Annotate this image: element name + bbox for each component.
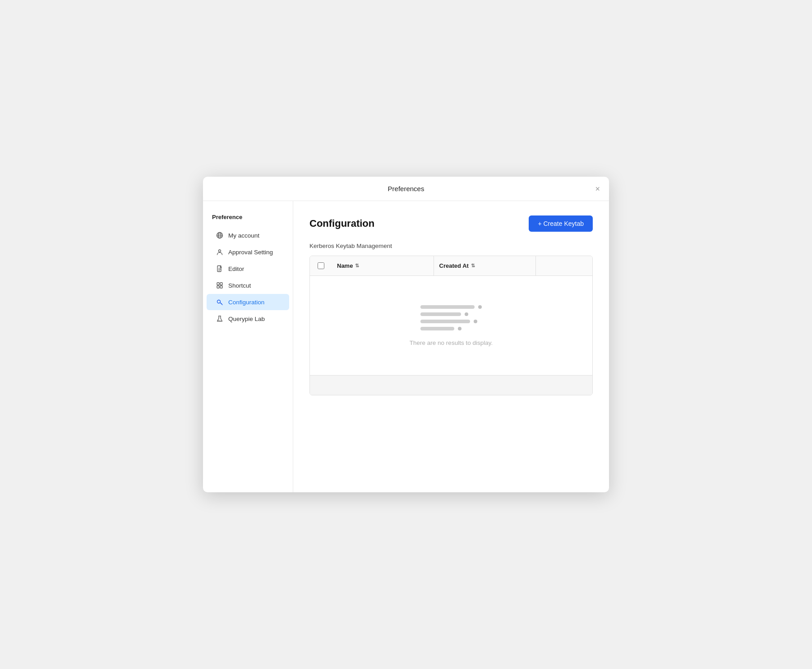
sidebar-item-querypie-lab[interactable]: Querypie Lab: [207, 311, 289, 327]
sidebar-item-shortcut-label: Shortcut: [228, 282, 251, 289]
globe-icon: [216, 231, 224, 239]
modal-body: Preference My account: [203, 201, 609, 492]
sidebar-item-editor[interactable]: Editor: [207, 261, 289, 277]
svg-point-19: [220, 321, 220, 321]
svg-rect-12: [217, 286, 219, 288]
created-at-sort-icon: ⇅: [471, 263, 475, 269]
svg-point-18: [218, 320, 219, 321]
modal-header: Preferences ×: [203, 177, 609, 201]
sidebar-item-shortcut[interactable]: Shortcut: [207, 277, 289, 293]
sidebar-item-approval-setting[interactable]: Approval Setting: [207, 244, 289, 260]
svg-rect-11: [220, 283, 222, 285]
preferences-modal: Preferences × Preference My account: [203, 177, 609, 492]
table-body-empty: There are no results to display.: [310, 276, 592, 375]
sidebar-item-querypie-lab-label: Querypie Lab: [228, 316, 265, 322]
name-sort-icon: ⇅: [355, 263, 359, 269]
section-subtitle: Kerberos Keytab Management: [309, 243, 593, 249]
sidebar-item-my-account[interactable]: My account: [207, 227, 289, 243]
main-header: Configuration + Create Keytab: [309, 215, 593, 232]
svg-rect-13: [220, 286, 222, 288]
main-content: Configuration + Create Keytab Kerberos K…: [293, 201, 609, 492]
file-icon: [216, 265, 224, 273]
sidebar-item-editor-label: Editor: [228, 266, 244, 272]
empty-message: There are no results to display.: [410, 339, 493, 346]
close-button[interactable]: ×: [595, 185, 600, 193]
column-header-created-at[interactable]: Created At ⇅: [434, 256, 536, 275]
page-title: Configuration: [309, 218, 374, 229]
select-all-checkbox-cell[interactable]: [310, 256, 332, 275]
sidebar-item-configuration[interactable]: Configuration: [207, 294, 289, 310]
column-created-at-label: Created At: [439, 262, 469, 269]
table-footer: [310, 375, 592, 395]
sidebar-item-approval-label: Approval Setting: [228, 249, 273, 256]
table-header: Name ⇅ Created At ⇅: [310, 256, 592, 276]
svg-point-5: [219, 250, 221, 252]
select-all-checkbox[interactable]: [318, 262, 324, 269]
column-header-actions: [536, 260, 592, 272]
sidebar-section-title: Preference: [203, 214, 293, 227]
column-name-label: Name: [337, 262, 353, 269]
create-keytab-button[interactable]: + Create Keytab: [529, 215, 593, 232]
column-header-name[interactable]: Name ⇅: [332, 256, 434, 275]
empty-state: There are no results to display.: [410, 305, 493, 346]
lab-icon: [216, 315, 224, 323]
key-icon: [216, 298, 224, 306]
grid-icon: [216, 281, 224, 289]
svg-rect-10: [217, 283, 219, 285]
sidebar-item-my-account-label: My account: [228, 232, 259, 239]
empty-lines-illustration: [420, 305, 482, 330]
user-icon: [216, 248, 224, 256]
modal-title: Preferences: [388, 185, 424, 192]
keytab-table: Name ⇅ Created At ⇅: [309, 256, 593, 395]
sidebar-item-configuration-label: Configuration: [228, 299, 264, 306]
sidebar: Preference My account: [203, 201, 293, 492]
